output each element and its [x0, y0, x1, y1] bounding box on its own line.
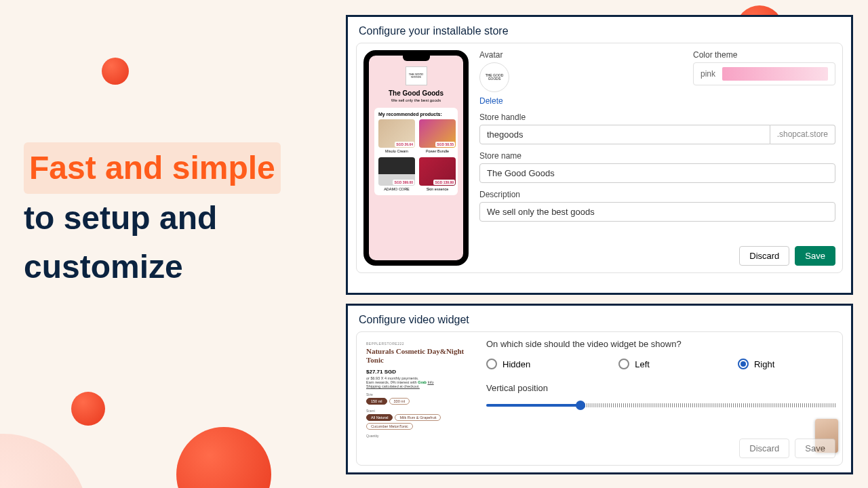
store-handle-suffix: .shopcat.store [770, 125, 835, 144]
description-label: Description [479, 190, 835, 199]
description-input[interactable] [479, 202, 835, 222]
configure-store-panel: Configure your installable store THE GOO… [346, 15, 853, 295]
phone-product: SGD 399.00ADAMO CORE [378, 157, 415, 191]
phone-product: SGD 26.64Misolo Cream [378, 119, 415, 153]
hero-text: Fast and simple to setup and customize [24, 142, 281, 291]
widget-side-question: On which side should the video widget be… [486, 339, 835, 349]
panel-title: Configure your installable store [348, 17, 851, 43]
discard-button[interactable]: Discard [739, 246, 789, 266]
color-swatch [722, 67, 828, 81]
phone-subtitle: We sell only the best goods [374, 98, 458, 102]
phone-section-title: My recommended products: [378, 112, 454, 117]
avatar-preview: THE GOOD GOODS [479, 62, 509, 92]
phone-logo: THE GOOD GOODS [406, 66, 427, 85]
store-name-input[interactable] [479, 163, 835, 183]
phone-product: SGD 139.99Skin essence [419, 157, 456, 191]
color-theme-label: Color theme [693, 50, 835, 60]
delete-avatar-link[interactable]: Delete [479, 96, 509, 106]
save-button[interactable]: Save [795, 246, 835, 266]
avatar-label: Avatar [479, 50, 509, 60]
phone-product: SGD 58.55Power Bundle [419, 119, 456, 153]
radio-hidden[interactable]: Hidden [486, 359, 530, 369]
panel-title: Configure video widget [348, 306, 851, 331]
save-button[interactable]: Save [795, 439, 835, 458]
discard-button[interactable]: Discard [739, 439, 789, 458]
hero-highlight: Fast and simple [24, 142, 281, 194]
video-widget-preview: BEPPLERSTORE222 Naturals Cosmetic Day&Ni… [363, 339, 475, 458]
store-name-label: Store name [479, 151, 835, 161]
vertical-position-label: Vertical position [486, 383, 835, 393]
vertical-position-slider[interactable] [486, 400, 835, 411]
store-handle-label: Store handle [479, 113, 835, 122]
store-handle-input[interactable] [479, 125, 770, 144]
phone-preview: THE GOOD GOODS The Good Goods We sell on… [363, 50, 469, 266]
configure-video-panel: Configure video widget BEPPLERSTORE222 N… [346, 304, 853, 474]
radio-right[interactable]: Right [738, 359, 774, 369]
color-theme-select[interactable]: pink [693, 62, 835, 85]
phone-title: The Good Goods [374, 89, 458, 97]
radio-left[interactable]: Left [618, 359, 650, 369]
